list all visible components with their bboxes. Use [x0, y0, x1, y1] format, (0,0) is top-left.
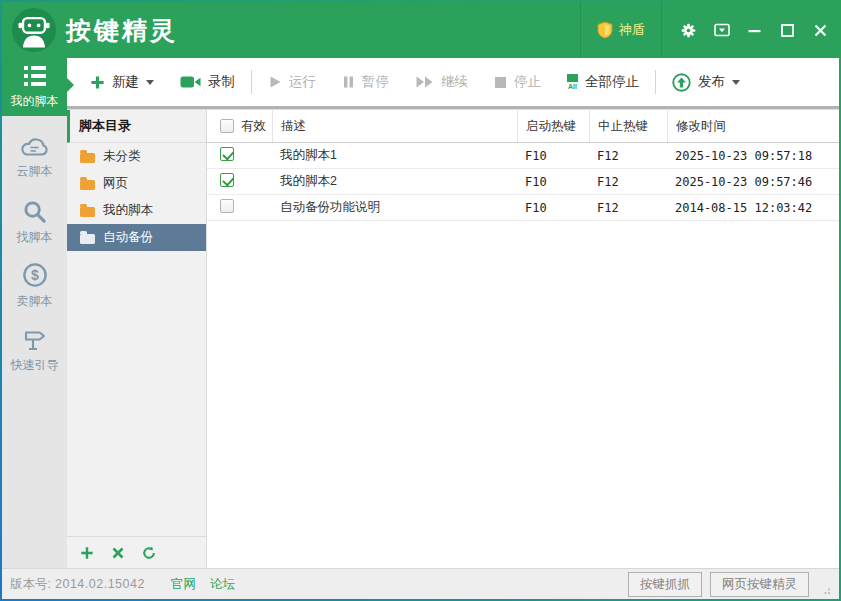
record-button[interactable]: 录制	[167, 67, 248, 97]
column-valid: 有效	[241, 118, 266, 135]
settings-button[interactable]	[672, 2, 705, 58]
folder-label: 自动备份	[103, 229, 153, 246]
shield-badge[interactable]: 神盾	[581, 2, 661, 58]
folder-item-my-scripts[interactable]: 我的脚本	[67, 197, 206, 224]
folder-label: 网页	[103, 175, 128, 192]
row-modified: 2025-10-23 09:57:46	[675, 175, 839, 189]
select-all-checkbox[interactable]	[220, 119, 234, 133]
table-row[interactable]: 我的脚本1 F10 F12 2025-10-23 09:57:18	[207, 143, 839, 169]
row-checkbox[interactable]	[220, 147, 234, 161]
stop-button[interactable]: 停止	[481, 67, 554, 97]
row-stop-hotkey: F12	[597, 201, 675, 215]
folder-panel: 脚本目录 未分类 网页 我的脚本 自动备份	[67, 110, 207, 568]
table-header: 有效 描述 启动热键 中止热键 修改时间	[207, 110, 839, 143]
table-row[interactable]: 自动备份功能说明 F10 F12 2014-08-15 12:03:42	[207, 195, 839, 221]
row-stop-hotkey: F12	[597, 149, 675, 163]
add-folder-button[interactable]	[80, 546, 94, 560]
dollar-icon: $	[22, 262, 48, 288]
titlebar-separator	[661, 2, 662, 58]
shield-label: 神盾	[619, 21, 645, 39]
new-script-button[interactable]: 新建	[77, 67, 167, 97]
folder-icon	[80, 234, 95, 244]
forum-link[interactable]: 论坛	[210, 576, 235, 593]
folder-panel-title: 脚本目录	[67, 110, 206, 143]
publish-button[interactable]: 发布	[659, 67, 753, 97]
refresh-folder-button[interactable]	[142, 546, 156, 560]
app-window: 按键精灵 神盾	[2, 2, 839, 599]
sidebar-item-label: 找脚本	[17, 229, 53, 246]
svg-text:$: $	[31, 267, 39, 283]
sidebar-item-sell-scripts[interactable]: $ 卖脚本	[2, 254, 67, 318]
list-icon	[22, 64, 48, 88]
sidebar-item-cloud-scripts[interactable]: 云脚本	[2, 126, 67, 190]
web-quickmacro-button[interactable]: 网页按键精灵	[710, 572, 809, 597]
record-camera-icon	[180, 75, 201, 89]
row-modified: 2025-10-23 09:57:18	[675, 149, 839, 163]
robot-icon	[12, 8, 56, 52]
stop-icon	[494, 76, 507, 89]
pause-button[interactable]: 暂停	[329, 67, 402, 97]
refresh-icon	[142, 546, 156, 560]
sidebar: 我的脚本 云脚本 找脚本 $	[2, 58, 67, 568]
sidebar-item-label: 云脚本	[17, 163, 53, 180]
folder-item-uncategorized[interactable]: 未分类	[67, 143, 206, 170]
publish-icon	[672, 73, 691, 92]
window-frame: 按键精灵 神盾	[0, 0, 841, 601]
sidebar-item-label: 卖脚本	[17, 293, 53, 310]
toolbar: 新建 录制 运行	[67, 58, 839, 106]
cloud-icon	[20, 136, 50, 158]
folder-item-web[interactable]: 网页	[67, 170, 206, 197]
sidebar-item-label: 我的脚本	[11, 93, 59, 110]
row-stop-hotkey: F12	[597, 175, 675, 189]
sidebar-item-find-scripts[interactable]: 找脚本	[2, 190, 67, 254]
folder-icon	[80, 180, 95, 190]
button-label: 录制	[208, 73, 235, 91]
folder-item-auto-backup[interactable]: 自动备份	[67, 224, 206, 251]
key-capture-button[interactable]: 按键抓抓	[628, 572, 702, 597]
titlebar: 按键精灵 神盾	[2, 2, 839, 58]
run-button[interactable]: 运行	[255, 67, 329, 97]
close-button[interactable]	[804, 2, 837, 58]
delete-folder-button[interactable]	[112, 547, 124, 559]
app-title: 按键精灵	[66, 14, 178, 47]
play-icon	[268, 75, 282, 89]
row-desc: 自动备份功能说明	[280, 199, 525, 216]
row-checkbox[interactable]	[220, 199, 234, 213]
maximize-button[interactable]	[771, 2, 804, 58]
version-value: 2014.02.15042	[55, 577, 145, 591]
stop-all-button[interactable]: All 全部停止	[554, 67, 652, 97]
row-checkbox[interactable]	[220, 173, 234, 187]
column-modified: 修改时间	[667, 110, 839, 142]
toolbar-separator	[251, 70, 252, 94]
resize-grip[interactable]	[821, 585, 831, 595]
minimize-to-tray-button[interactable]	[705, 2, 738, 58]
tray-icon	[714, 23, 730, 37]
row-desc: 我的脚本1	[280, 147, 525, 164]
pause-icon	[342, 75, 355, 89]
button-label: 运行	[289, 73, 316, 91]
stop-all-badge: All	[568, 83, 577, 90]
maximize-icon	[781, 24, 794, 37]
resume-icon	[415, 75, 434, 89]
toolbar-separator	[655, 70, 656, 94]
add-icon	[80, 546, 94, 560]
official-site-link[interactable]: 官网	[171, 576, 196, 593]
close-icon	[814, 24, 827, 37]
sidebar-item-quick-guide[interactable]: 快速引导	[2, 318, 67, 382]
folder-icon	[80, 153, 95, 163]
sidebar-item-my-scripts[interactable]: 我的脚本	[2, 58, 67, 116]
table-row[interactable]: 我的脚本2 F10 F12 2025-10-23 09:57:46	[207, 169, 839, 195]
button-label: 停止	[514, 73, 541, 91]
script-table: 有效 描述 启动热键 中止热键 修改时间	[207, 110, 839, 568]
button-label: 全部停止	[585, 73, 639, 91]
row-start-hotkey: F10	[525, 201, 597, 215]
resume-button[interactable]: 继续	[402, 67, 481, 97]
button-label: 新建	[112, 73, 139, 91]
delete-icon	[112, 547, 124, 559]
button-label: 发布	[698, 73, 725, 91]
row-start-hotkey: F10	[525, 149, 597, 163]
button-label: 继续	[441, 73, 468, 91]
folder-label: 未分类	[103, 148, 141, 165]
chevron-down-icon	[146, 80, 154, 85]
minimize-button[interactable]	[738, 2, 771, 58]
